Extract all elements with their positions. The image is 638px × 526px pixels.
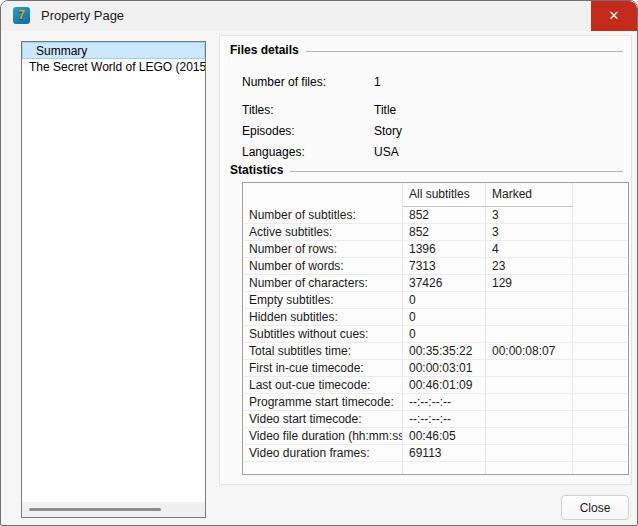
summary-list: Summary The Secret World of LEGO (2015) … <box>21 41 206 518</box>
table-row: Number of characters: 37426 129 <box>243 275 628 292</box>
table-row: Number of rows: 1396 4 <box>243 241 628 258</box>
table-row: Video file duration (hh:mm:ss): 00:46:05 <box>243 428 628 445</box>
stat-all: 852 <box>403 207 486 223</box>
window-title: Property Page <box>41 1 124 31</box>
stat-all: 00:00:03:01 <box>403 360 486 376</box>
stat-label: Hidden subtitles: <box>243 309 403 325</box>
stat-label: Subtitles without cues: <box>243 326 403 342</box>
table-row: Total subtitles time: 00:35:35:22 00:00:… <box>243 343 628 360</box>
statistics-table: All subtitles Marked Number of subtitles… <box>242 182 629 475</box>
stat-label: Number of characters: <box>243 275 403 291</box>
list-item-summary[interactable]: Summary <box>22 42 205 59</box>
stat-marked <box>486 445 573 461</box>
horizontal-scrollbar[interactable] <box>22 502 205 517</box>
stat-label: Programme start timecode: <box>243 394 403 410</box>
files-details-rule <box>306 51 623 52</box>
stat-marked <box>486 377 573 393</box>
field-value: 1 <box>374 75 381 89</box>
column-header-label <box>243 183 403 207</box>
stat-label: Active subtitles: <box>243 224 403 240</box>
field-label: Episodes: <box>242 123 374 139</box>
table-row: Number of words: 7313 23 <box>243 258 628 275</box>
stat-all: 0 <box>403 292 486 308</box>
table-row: Empty subtitles: 0 <box>243 292 628 309</box>
stat-all: 00:46:05 <box>403 428 486 444</box>
stat-all: 7313 <box>403 258 486 274</box>
files-details-header: Files details <box>230 42 623 58</box>
stat-label: Video file duration (hh:mm:ss): <box>243 428 403 444</box>
stat-label <box>243 462 403 474</box>
stat-marked: 23 <box>486 258 573 274</box>
horizontal-scrollbar-thumb[interactable] <box>29 508 161 511</box>
stat-all: 0 <box>403 309 486 325</box>
table-row: Video duration frames: 69113 <box>243 445 628 462</box>
statistics-header: Statistics <box>230 162 623 178</box>
stat-marked <box>486 428 573 444</box>
stat-marked <box>486 411 573 427</box>
stat-all <box>403 462 486 474</box>
stat-marked: 3 <box>486 207 573 223</box>
field-number-of-files: Number of files:1 <box>242 74 381 90</box>
column-header-marked: Marked <box>486 183 573 207</box>
stat-marked <box>486 326 573 342</box>
column-header-all-subtitles: All subtitles <box>403 183 486 207</box>
stat-all: 852 <box>403 224 486 240</box>
stat-marked <box>486 309 573 325</box>
column-header-extra <box>573 183 628 207</box>
field-value: Title <box>374 103 396 117</box>
stat-marked <box>486 360 573 376</box>
stat-label: Number of rows: <box>243 241 403 257</box>
table-row: Video start timecode: --:--:--:-- <box>243 411 628 428</box>
table-row: Subtitles without cues: 0 <box>243 326 628 343</box>
stat-all: --:--:--:-- <box>403 394 486 410</box>
stat-marked: 4 <box>486 241 573 257</box>
window-close-button[interactable]: ✕ <box>591 1 637 31</box>
table-row: First in-cue timecode: 00:00:03:01 <box>243 360 628 377</box>
stat-label: Video duration frames: <box>243 445 403 461</box>
stat-all: 0 <box>403 326 486 342</box>
stat-label: Video start timecode: <box>243 411 403 427</box>
stat-marked: 3 <box>486 224 573 240</box>
close-button[interactable]: Close <box>561 495 629 520</box>
table-header-row: All subtitles Marked <box>243 183 628 207</box>
stat-marked <box>486 292 573 308</box>
field-titles: Titles:Title <box>242 102 396 118</box>
statistics-title: Statistics <box>230 163 283 177</box>
stat-label: First in-cue timecode: <box>243 360 403 376</box>
files-details-title: Files details <box>230 43 299 57</box>
statistics-rule <box>290 171 623 172</box>
field-value: Story <box>374 124 402 138</box>
stat-all: 37426 <box>403 275 486 291</box>
field-languages: Languages:USA <box>242 144 399 160</box>
stat-all: 69113 <box>403 445 486 461</box>
list-item-file[interactable]: The Secret World of LEGO (2015) EN <box>22 59 205 76</box>
field-label: Languages: <box>242 144 374 160</box>
table-row: Programme start timecode: --:--:--:-- <box>243 394 628 411</box>
stat-all: 00:35:35:22 <box>403 343 486 359</box>
table-row: Hidden subtitles: 0 <box>243 309 628 326</box>
stat-label: Number of words: <box>243 258 403 274</box>
stat-label: Total subtitles time: <box>243 343 403 359</box>
stat-all: --:--:--:-- <box>403 411 486 427</box>
table-row: Last out-cue timecode: 00:46:01:09 <box>243 377 628 394</box>
stat-label: Last out-cue timecode: <box>243 377 403 393</box>
stat-marked: 129 <box>486 275 573 291</box>
titlebar[interactable]: 7 Property Page ✕ <box>1 1 637 31</box>
table-row-empty <box>243 462 628 474</box>
field-episodes: Episodes:Story <box>242 123 402 139</box>
stat-marked <box>486 394 573 410</box>
stat-marked <box>486 462 573 474</box>
stat-marked: 00:00:08:07 <box>486 343 573 359</box>
field-value: USA <box>374 145 399 159</box>
details-panel: Files details Number of files:1 Titles:T… <box>219 35 632 485</box>
table-row: Number of subtitles: 852 3 <box>243 207 628 224</box>
property-page-window: 7 Property Page ✕ Summary The Secret Wor… <box>0 0 638 526</box>
stat-all: 1396 <box>403 241 486 257</box>
app-icon: 7 <box>13 7 30 24</box>
close-icon: ✕ <box>609 8 620 23</box>
stat-label: Empty subtitles: <box>243 292 403 308</box>
stat-all: 00:46:01:09 <box>403 377 486 393</box>
field-label: Titles: <box>242 102 374 118</box>
stat-label: Number of subtitles: <box>243 207 403 223</box>
field-label: Number of files: <box>242 74 374 90</box>
